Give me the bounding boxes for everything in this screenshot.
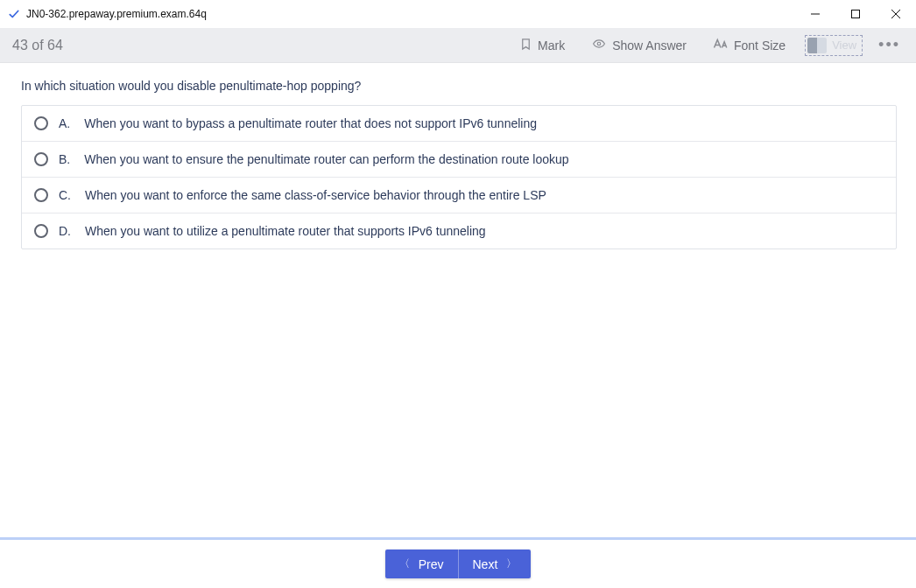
radio-icon — [34, 188, 48, 202]
mark-button[interactable]: Mark — [512, 33, 572, 58]
window-title: JN0-362.prepaway.premium.exam.64q — [26, 8, 207, 20]
question-counter: 43 of 64 — [12, 38, 63, 53]
answer-letter: B. — [59, 152, 70, 166]
minimize-button[interactable] — [795, 0, 835, 28]
svg-point-4 — [597, 42, 601, 46]
font-size-button[interactable]: Font Size — [706, 34, 793, 56]
answer-option[interactable]: A. When you want to bypass a penultimate… — [22, 106, 896, 142]
maximize-button[interactable] — [835, 0, 876, 28]
answer-text: When you want to enforce the same class-… — [85, 188, 546, 202]
chevron-right-icon: 〉 — [506, 556, 517, 571]
answer-text: When you want to bypass a penultimate ro… — [84, 116, 537, 130]
answer-option[interactable]: D. When you want to utilize a penultimat… — [22, 214, 896, 248]
answer-letter: A. — [59, 116, 70, 130]
answers-list: A. When you want to bypass a penultimate… — [21, 105, 897, 249]
question-text: In which situation would you disable pen… — [21, 79, 897, 93]
show-answer-label: Show Answer — [612, 38, 687, 52]
close-button[interactable] — [876, 0, 916, 28]
answer-option[interactable]: B. When you want to ensure the penultima… — [22, 142, 896, 178]
eye-icon — [591, 38, 607, 52]
font-size-icon — [713, 38, 729, 52]
font-size-label: Font Size — [734, 38, 786, 52]
content-area: In which situation would you disable pen… — [0, 63, 916, 537]
answer-letter: C. — [59, 188, 71, 202]
next-button[interactable]: Next 〉 — [459, 550, 532, 578]
app-icon — [7, 7, 21, 21]
view-layout-icon — [807, 38, 827, 53]
toolbar: 43 of 64 Mark Show Answer Font Size View… — [0, 28, 916, 63]
ellipsis-icon: ••• — [878, 36, 900, 53]
mark-label: Mark — [538, 38, 565, 52]
radio-icon — [34, 224, 48, 238]
answer-option[interactable]: C. When you want to enforce the same cla… — [22, 178, 896, 214]
answer-text: When you want to utilize a penultimate r… — [85, 224, 486, 238]
answer-letter: D. — [59, 224, 71, 238]
footer-nav: 〈 Prev Next 〉 — [0, 537, 916, 588]
title-bar: JN0-362.prepaway.premium.exam.64q — [0, 0, 916, 28]
view-label: View — [832, 38, 856, 52]
show-answer-button[interactable]: Show Answer — [584, 34, 694, 56]
svg-rect-1 — [852, 10, 860, 18]
more-button[interactable]: ••• — [875, 34, 904, 56]
view-toggle[interactable]: View — [805, 35, 863, 56]
window-controls — [795, 0, 916, 28]
prev-label: Prev — [419, 557, 444, 571]
radio-icon — [34, 152, 48, 166]
nav-button-group: 〈 Prev Next 〉 — [385, 550, 532, 578]
radio-icon — [34, 116, 48, 130]
prev-button[interactable]: 〈 Prev — [385, 550, 459, 578]
bookmark-icon — [519, 37, 532, 54]
next-label: Next — [473, 557, 498, 571]
chevron-left-icon: 〈 — [399, 556, 410, 571]
answer-text: When you want to ensure the penultimate … — [84, 152, 568, 166]
